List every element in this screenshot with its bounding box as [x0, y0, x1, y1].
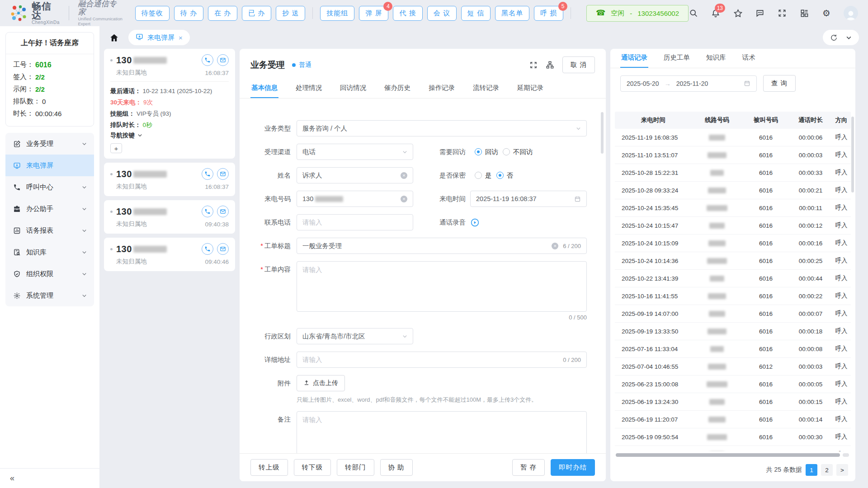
favorites-star-icon[interactable] [733, 8, 743, 18]
topbar-button-呼损[interactable]: 呼 损5 [534, 6, 563, 21]
send-message-icon[interactable] [217, 54, 229, 66]
save-draft-button[interactable]: 暂 存 [512, 459, 545, 476]
upload-button[interactable]: 点击上传 [297, 375, 345, 391]
topbar-button-会议[interactable]: 会 议 [427, 6, 457, 21]
refresh-icon[interactable] [830, 34, 838, 42]
sidebar-item-来电弹屏[interactable]: 来电弹屏 [5, 155, 94, 176]
sidebar-item-话务报表[interactable]: 话务报表 [5, 220, 94, 241]
tab-流转记录[interactable]: 流转记录 [472, 79, 500, 98]
user-avatar[interactable] [844, 6, 858, 20]
tab-延期记录[interactable]: 延期记录 [516, 79, 544, 98]
topbar-button-短信[interactable]: 短 信 [461, 6, 491, 21]
table-row[interactable]: 2025-05-28 14:51:11601600:00:04呼入 [615, 446, 851, 451]
table-horizontal-scrollbar[interactable] [616, 453, 840, 457]
table-row[interactable]: 2025-10-24 10:14:36601600:00:25呼入 [615, 252, 851, 270]
topbar-button-在办[interactable]: 在 办 [208, 6, 237, 21]
region-cascader[interactable]: 山东省/青岛市/市北区 [297, 328, 413, 344]
query-button[interactable]: 查 询 [763, 75, 796, 92]
channel-select[interactable]: 电话 [297, 144, 413, 160]
transfer-button-转下级[interactable]: 转下级 [294, 459, 331, 476]
topbar-button-弹屏[interactable]: 弹 屏4 [359, 6, 388, 21]
contact-phone-input[interactable]: 请输入 [297, 214, 413, 230]
tab-话术[interactable]: 话术 [741, 49, 756, 68]
collapse-tabs-chevron-icon[interactable] [846, 35, 852, 41]
table-row[interactable]: 2025-11-19 16:08:35601600:00:06呼入 [615, 129, 851, 146]
remark-textarea[interactable]: 请输入 [297, 411, 587, 453]
dial-phone-icon[interactable] [202, 206, 213, 217]
flow-chart-icon[interactable] [546, 61, 554, 69]
sidebar-item-办公助手[interactable]: 办公助手 [5, 198, 94, 220]
call-card[interactable]: 130未知归属地16:08:37最后通话：10-22 13:41 (2025-1… [104, 49, 235, 159]
table-row[interactable]: 2025-06-23 15:00:08601600:00:05呼入 [615, 375, 851, 393]
notifications-bell-icon[interactable]: 13 [711, 8, 721, 18]
table-row[interactable]: 2025-10-28 15:22:31601600:00:33呼入 [615, 164, 851, 182]
close-tab-icon[interactable]: × [179, 34, 183, 42]
table-row[interactable]: 2025-09-19 14:07:00601600:00:07呼入 [615, 305, 851, 323]
table-row[interactable]: 2025-10-24 10:15:09601600:00:16呼入 [615, 235, 851, 252]
topbar-button-黑名单[interactable]: 黑名单 [495, 6, 529, 21]
call-card[interactable]: 130未知归属地16:08:37 [104, 163, 235, 196]
workspace-tab-active[interactable]: 来电弹屏 × [128, 30, 190, 45]
cancel-button[interactable]: 取 消 [562, 56, 595, 73]
tab-基本信息[interactable]: 基本信息 [250, 79, 278, 98]
transfer-button-转部门[interactable]: 转部门 [337, 459, 374, 476]
call-card[interactable]: 130未知归属地09:40:46 [104, 238, 235, 271]
agent-status[interactable]: ☎ 空闲 - 13023456002 [586, 5, 689, 22]
finish-now-button[interactable]: 即时办结 [551, 459, 595, 476]
radio-回访[interactable]: 回访 [475, 148, 498, 156]
table-row[interactable]: 2025-07-16 11:33:04601600:00:08呼入 [615, 340, 851, 358]
dial-phone-icon[interactable] [202, 168, 213, 180]
send-message-icon[interactable] [217, 168, 229, 180]
table-vertical-scrollbar[interactable] [851, 117, 854, 192]
business-type-select[interactable]: 服务咨询 / 个人 [297, 120, 587, 136]
apps-grid-icon[interactable] [799, 8, 809, 18]
search-icon[interactable] [689, 8, 698, 18]
tab-催办历史[interactable]: 催办历史 [383, 79, 411, 98]
radio-不回访[interactable]: 不回访 [503, 148, 533, 156]
tab-通话记录[interactable]: 通话记录 [620, 49, 648, 68]
sidebar-item-知识库[interactable]: 知识库 [5, 241, 94, 263]
radio-否[interactable]: 否 [496, 171, 514, 180]
tab-历史工单[interactable]: 历史工单 [663, 49, 691, 68]
order-content-textarea[interactable]: 请输入 [297, 261, 587, 312]
table-row[interactable]: 2025-10-24 10:15:47601600:00:12呼入 [615, 217, 851, 235]
name-input[interactable]: 诉求人 × [297, 167, 413, 183]
play-recording-icon[interactable] [470, 218, 480, 227]
messages-chat-icon[interactable] [755, 8, 765, 18]
clear-input-icon[interactable]: × [401, 172, 407, 179]
clear-input-icon[interactable]: × [552, 243, 558, 249]
table-row[interactable]: 2025-10-16 11:41:55601600:00:22呼入 [615, 287, 851, 305]
sidebar-item-呼叫中心[interactable]: 呼叫中心 [5, 176, 94, 198]
settings-gear-icon[interactable]: ⚙ [821, 8, 831, 18]
table-row[interactable]: 2025-06-19 11:20:07601600:00:14呼入 [615, 411, 851, 428]
send-message-icon[interactable] [217, 206, 229, 217]
home-icon[interactable] [108, 32, 119, 43]
nav-keys-toggle[interactable]: 导航按键 [110, 131, 229, 140]
page-button-2[interactable]: 2 [821, 464, 833, 476]
clear-input-icon[interactable]: × [401, 196, 407, 202]
topbar-button-待签收[interactable]: 待签收 [135, 6, 170, 21]
transfer-button-协助[interactable]: 协 助 [380, 459, 413, 476]
caller-number-input[interactable]: 130 × [297, 191, 413, 207]
form-scrollbar[interactable] [601, 112, 604, 154]
call-card[interactable]: 130未知归属地09:40:38 [104, 200, 235, 234]
table-row[interactable]: 2025-10-24 15:35:45601600:00:11呼入 [615, 199, 851, 217]
address-input[interactable]: 请输入 0 / 200 [297, 352, 587, 368]
table-row[interactable]: 2025-06-19 09:50:54601600:00:30呼入 [615, 428, 851, 446]
transfer-button-转上级[interactable]: 转上级 [250, 459, 288, 476]
table-row[interactable]: 2025-06-19 13:24:30601600:00:15呼入 [615, 393, 851, 411]
sidebar-collapse-button[interactable]: « [0, 468, 99, 488]
next-page-button[interactable]: > [836, 464, 848, 476]
add-button[interactable]: + [110, 143, 122, 153]
date-range-picker[interactable]: 2025-05-20 → 2025-11-20 [620, 75, 757, 92]
tab-回访情况[interactable]: 回访情况 [339, 79, 367, 98]
call-time-picker[interactable]: 2025-11-19 16:08:37 [470, 191, 587, 207]
sidebar-item-组织权限[interactable]: 组织权限 [5, 263, 94, 285]
dial-phone-icon[interactable] [202, 243, 213, 255]
topbar-button-抄送[interactable]: 抄 送 [276, 6, 305, 21]
tab-处理情况[interactable]: 处理情况 [295, 79, 323, 98]
radio-是[interactable]: 是 [475, 171, 492, 180]
tab-知识库[interactable]: 知识库 [705, 49, 727, 68]
expand-panel-icon[interactable] [529, 61, 538, 69]
topbar-button-代接[interactable]: 代 接 [393, 6, 422, 21]
